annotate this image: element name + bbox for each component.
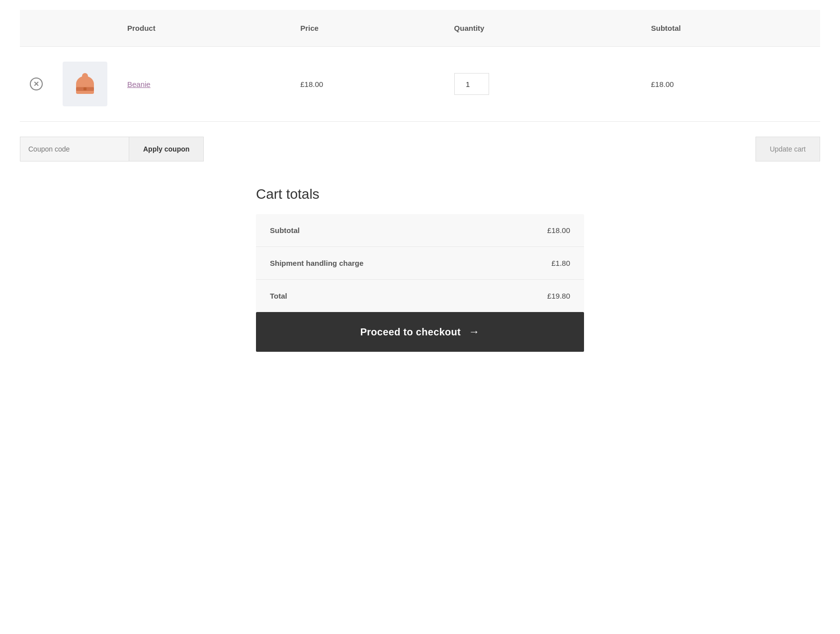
total-row: Total £19.80 bbox=[256, 280, 584, 312]
total-label: Total bbox=[270, 292, 287, 300]
subtotal-row: Subtotal £18.00 bbox=[256, 214, 584, 247]
coupon-left: Apply coupon bbox=[20, 137, 204, 161]
remove-item-button[interactable]: ✕ bbox=[30, 78, 43, 90]
col-remove-header bbox=[20, 10, 53, 47]
product-thumbnail bbox=[63, 62, 107, 106]
product-name-cell: Beanie bbox=[117, 47, 290, 122]
shipping-label: Shipment handling charge bbox=[270, 259, 363, 267]
svg-rect-6 bbox=[84, 87, 86, 90]
total-value: £19.80 bbox=[547, 292, 570, 300]
quantity-input[interactable] bbox=[454, 73, 489, 95]
product-image-cell bbox=[53, 47, 117, 122]
subtotal-value: £18.00 bbox=[547, 226, 570, 235]
shipping-value: £1.80 bbox=[551, 259, 570, 267]
arrow-icon: → bbox=[469, 325, 480, 338]
col-price-header: Price bbox=[290, 10, 444, 47]
col-product-header: Product bbox=[117, 10, 290, 47]
product-quantity-cell bbox=[444, 47, 641, 122]
beanie-image bbox=[69, 68, 101, 100]
product-price: £18.00 bbox=[300, 80, 323, 88]
update-cart-button[interactable]: Update cart bbox=[756, 137, 820, 161]
cart-table: Product Price Quantity Subtotal ✕ bbox=[20, 10, 820, 122]
product-subtotal-cell: £18.00 bbox=[641, 47, 820, 122]
table-row: ✕ bbox=[20, 47, 820, 122]
checkout-label: Proceed to checkout bbox=[360, 326, 461, 338]
coupon-row: Apply coupon Update cart bbox=[20, 137, 820, 161]
col-quantity-header: Quantity bbox=[444, 10, 641, 47]
apply-coupon-button[interactable]: Apply coupon bbox=[129, 137, 204, 161]
checkout-button-wrap: Proceed to checkout → bbox=[256, 312, 584, 352]
proceed-to-checkout-button[interactable]: Proceed to checkout → bbox=[256, 312, 584, 352]
product-price-cell: £18.00 bbox=[290, 47, 444, 122]
svg-point-3 bbox=[82, 73, 88, 79]
remove-icon: ✕ bbox=[30, 78, 43, 90]
cart-totals-section: Cart totals Subtotal £18.00 Shipment han… bbox=[256, 186, 584, 352]
col-image-header bbox=[53, 10, 117, 47]
col-subtotal-header: Subtotal bbox=[641, 10, 820, 47]
cart-totals-title: Cart totals bbox=[256, 186, 584, 202]
product-subtotal: £18.00 bbox=[651, 80, 674, 88]
coupon-input[interactable] bbox=[20, 137, 129, 161]
totals-table: Subtotal £18.00 Shipment handling charge… bbox=[256, 214, 584, 312]
product-link[interactable]: Beanie bbox=[127, 80, 151, 88]
remove-cell: ✕ bbox=[20, 47, 53, 122]
shipping-row: Shipment handling charge £1.80 bbox=[256, 247, 584, 280]
subtotal-label: Subtotal bbox=[270, 226, 300, 235]
